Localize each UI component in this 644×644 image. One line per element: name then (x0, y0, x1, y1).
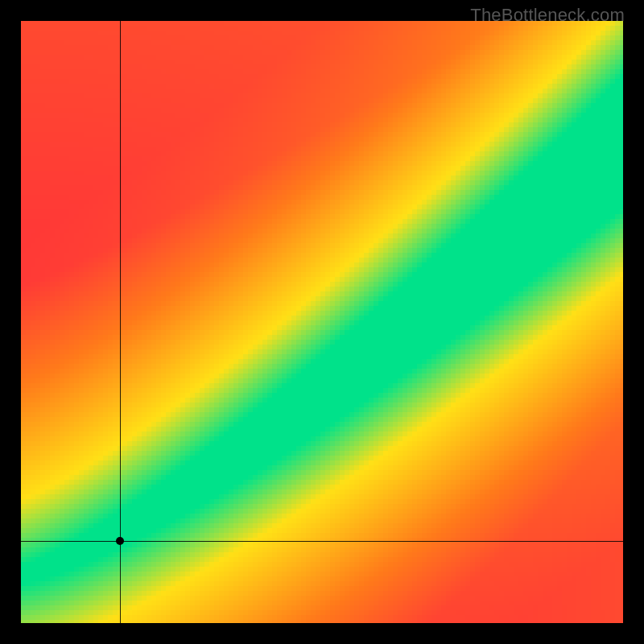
watermark-text: TheBottleneck.com (470, 5, 625, 26)
crosshair-horizontal (21, 541, 623, 542)
heatmap-canvas (21, 21, 623, 623)
crosshair-dot-icon (116, 537, 124, 545)
chart-container: TheBottleneck.com (0, 0, 644, 644)
heatmap-plot[interactable] (21, 21, 623, 623)
crosshair-vertical (120, 21, 121, 623)
